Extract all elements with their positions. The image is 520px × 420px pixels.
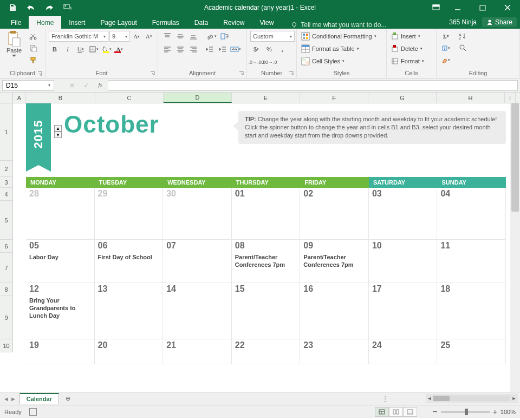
conditional-formatting-button[interactable]: Conditional Formatting▾	[300, 31, 378, 42]
formula-input[interactable]	[108, 80, 518, 91]
column-header[interactable]: D	[164, 93, 232, 103]
calendar-event-cell[interactable]: First Day of School	[95, 253, 164, 283]
number-format-combo[interactable]: Custom▾	[250, 31, 295, 42]
row-header[interactable]: 2	[0, 161, 13, 177]
horizontal-scrollbar[interactable]: ◄►	[426, 394, 518, 403]
zoom-out-button[interactable]: −	[432, 409, 437, 415]
font-color-button[interactable]: A▾	[114, 44, 126, 55]
calendar-date-cell[interactable]: 17	[369, 283, 438, 296]
column-header[interactable]: A	[13, 93, 26, 103]
calendar-event-cell[interactable]	[369, 352, 438, 364]
year-spinner[interactable]: ▲ ▼	[54, 125, 62, 138]
calendar-date-cell[interactable]: 23	[300, 339, 369, 352]
calendar-date-cell[interactable]: 16	[300, 283, 369, 296]
tab-data[interactable]: Data	[187, 16, 216, 29]
row-header[interactable]: 6	[0, 240, 13, 253]
maximize-button[interactable]	[470, 0, 495, 15]
format-cells-button[interactable]: Format▾	[390, 56, 425, 67]
accounting-format-button[interactable]: $▾	[250, 44, 262, 55]
column-header[interactable]: H	[437, 93, 505, 103]
calendar-event-cell[interactable]	[26, 352, 95, 364]
align-bottom-button[interactable]	[187, 31, 199, 42]
account-name[interactable]: 365 Ninja	[449, 18, 477, 26]
name-box[interactable]: D15▾	[2, 80, 54, 91]
row-header[interactable]: 1	[0, 103, 13, 161]
align-left-button[interactable]	[161, 44, 173, 55]
vertical-scrollbar[interactable]	[510, 103, 520, 392]
bold-button[interactable]: B	[49, 44, 61, 55]
align-middle-button[interactable]	[174, 31, 186, 42]
calendar-event-cell[interactable]	[95, 201, 164, 239]
increase-indent-button[interactable]	[217, 44, 229, 55]
dialog-launcher-icon[interactable]	[239, 71, 244, 76]
calendar-date-cell[interactable]: 10	[369, 240, 438, 253]
calendar-date-cell[interactable]: 28	[26, 188, 95, 201]
grid-body[interactable]: 2015 ▲ ▼ October TIP: Change the year al…	[13, 103, 510, 392]
font-size-combo[interactable]: 9▾	[109, 31, 130, 42]
paste-button[interactable]: Paste	[3, 31, 25, 57]
tab-view[interactable]: View	[252, 16, 282, 29]
decrease-indent-button[interactable]	[204, 44, 216, 55]
calendar-event-cell[interactable]	[300, 201, 369, 239]
increase-decimal-button[interactable]: .0→.00	[250, 57, 262, 68]
close-button[interactable]	[495, 0, 520, 15]
select-all-corner[interactable]	[0, 93, 13, 103]
tab-home[interactable]: Home	[29, 16, 61, 29]
merge-center-button[interactable]: ▾	[230, 44, 242, 55]
decrease-font-size-button[interactable]: A▾	[143, 31, 154, 42]
sheet-nav-next-icon[interactable]: ►	[10, 396, 16, 402]
align-center-button[interactable]	[174, 44, 186, 55]
increase-font-size-button[interactable]: A▴	[131, 31, 142, 42]
spinner-up-button[interactable]: ▲	[54, 125, 62, 132]
calendar-event-cell[interactable]	[163, 296, 232, 339]
insert-cells-button[interactable]: Insert▾	[390, 31, 421, 42]
column-header[interactable]: F	[300, 93, 368, 103]
minimize-button[interactable]	[445, 0, 470, 15]
fill-color-button[interactable]: ▾	[101, 44, 113, 55]
column-header[interactable]: C	[95, 93, 164, 103]
row-header[interactable]: 7	[0, 253, 13, 283]
align-top-button[interactable]	[161, 31, 173, 42]
calendar-event-cell[interactable]	[437, 352, 506, 364]
row-header[interactable]: 10	[0, 339, 13, 352]
clear-button[interactable]: ▾	[440, 55, 452, 65]
calendar-event-cell[interactable]: Parent/Teacher Conferences 7pm	[300, 253, 369, 283]
tab-formulas[interactable]: Formulas	[145, 16, 187, 29]
sheet-tab-calendar[interactable]: Calendar	[20, 393, 59, 404]
calendar-date-cell[interactable]: 05	[26, 240, 95, 253]
macro-record-icon[interactable]	[29, 408, 37, 416]
page-layout-view-button[interactable]	[389, 407, 403, 417]
tab-insert[interactable]: Insert	[61, 16, 93, 29]
calendar-event-cell[interactable]	[437, 253, 506, 283]
format-painter-button[interactable]	[27, 55, 39, 65]
redo-icon[interactable]	[40, 0, 58, 15]
underline-button[interactable]: U▾	[75, 44, 87, 55]
share-button[interactable]: Share	[482, 17, 517, 27]
calendar-event-cell[interactable]	[232, 296, 301, 339]
calendar-event-cell[interactable]	[369, 296, 438, 339]
decrease-decimal-button[interactable]: .00→.0	[263, 57, 275, 68]
calendar-date-cell[interactable]: 20	[95, 339, 164, 352]
calendar-date-cell[interactable]: 12	[26, 283, 95, 296]
calendar-date-cell[interactable]: 09	[300, 240, 369, 253]
calendar-event-cell[interactable]: Parent/Teacher Conferences 7pm	[232, 253, 301, 283]
calendar-date-cell[interactable]: 06	[95, 240, 164, 253]
spinner-down-button[interactable]: ▼	[54, 132, 62, 138]
autosum-button[interactable]: Σ▾	[440, 31, 452, 42]
cut-button[interactable]	[27, 31, 39, 42]
cell-styles-button[interactable]: Cell Styles▾	[300, 56, 346, 67]
normal-view-button[interactable]	[375, 407, 389, 417]
italic-button[interactable]: I	[62, 44, 74, 55]
dialog-launcher-icon[interactable]	[37, 71, 43, 76]
font-name-combo[interactable]: Franklin Gothic M▾	[49, 31, 108, 42]
align-right-button[interactable]	[187, 44, 199, 55]
find-select-button[interactable]	[456, 43, 470, 54]
calendar-event-cell[interactable]	[232, 352, 301, 364]
format-as-table-button[interactable]: Format as Table▾	[300, 43, 360, 54]
calendar-event-cell[interactable]	[163, 352, 232, 364]
calendar-event-cell[interactable]: Labor Day	[26, 253, 95, 283]
tab-file[interactable]: File	[3, 16, 29, 29]
row-header[interactable]: 3	[0, 177, 13, 188]
new-sheet-button[interactable]: ⊕	[62, 393, 74, 404]
calendar-event-cell[interactable]: Bring Your Grandparents to Lunch Day	[26, 296, 95, 339]
